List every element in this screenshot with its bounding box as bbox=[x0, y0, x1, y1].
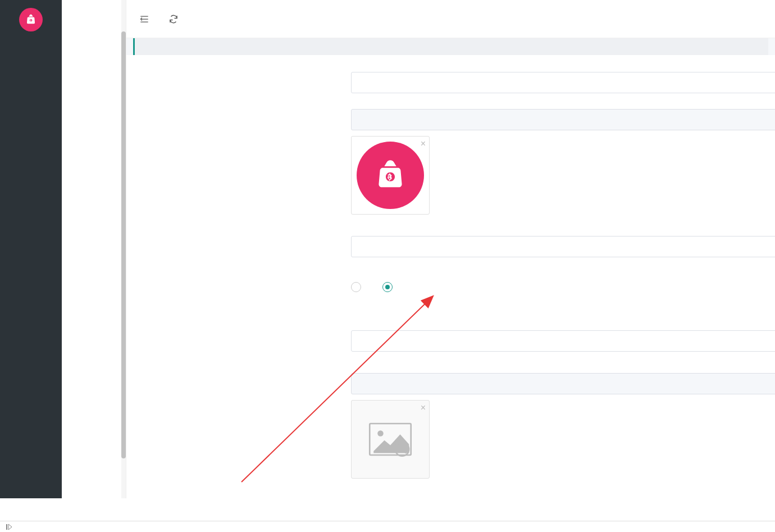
refresh-icon[interactable] bbox=[167, 12, 180, 26]
svg-point-1 bbox=[377, 430, 384, 436]
main-sidebar bbox=[0, 0, 62, 498]
label-mall-logo bbox=[126, 109, 351, 114]
menu-toggle-icon[interactable] bbox=[138, 12, 151, 26]
close-icon[interactable]: × bbox=[421, 139, 426, 149]
topbar bbox=[126, 0, 775, 38]
label-share-image bbox=[126, 373, 351, 378]
input-share-title[interactable] bbox=[351, 330, 775, 352]
input-url[interactable] bbox=[351, 236, 775, 257]
radio-old-home[interactable] bbox=[351, 282, 366, 292]
sub-sidebar bbox=[62, 0, 126, 498]
logo-preview[interactable]: × bbox=[351, 136, 430, 215]
image-placeholder-icon bbox=[366, 420, 415, 459]
input-mall-logo[interactable] bbox=[351, 109, 775, 130]
input-mall-name[interactable] bbox=[351, 72, 775, 93]
share-image-preview[interactable]: × bbox=[351, 400, 430, 479]
breadcrumb bbox=[133, 38, 768, 55]
label-url bbox=[126, 236, 351, 241]
label-share-title bbox=[126, 330, 351, 335]
label-mall-name bbox=[126, 72, 351, 77]
input-share-image[interactable] bbox=[351, 373, 775, 394]
close-icon[interactable]: × bbox=[421, 403, 426, 413]
label-home-display bbox=[126, 279, 351, 284]
sub-scrollbar[interactable] bbox=[121, 0, 126, 498]
logo[interactable] bbox=[0, 0, 62, 39]
radio-new-diy[interactable] bbox=[382, 282, 397, 292]
